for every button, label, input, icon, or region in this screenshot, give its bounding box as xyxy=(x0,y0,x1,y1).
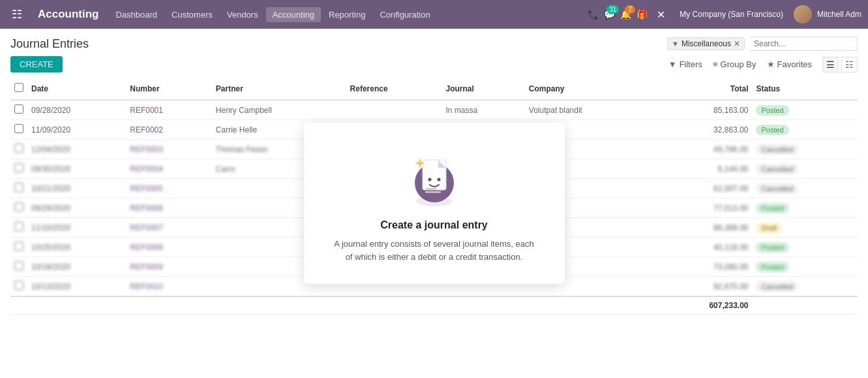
chat-icon[interactable]: 💬 31 xyxy=(604,9,615,20)
row-checkbox[interactable] xyxy=(10,277,27,297)
row-checkbox[interactable] xyxy=(10,140,27,159)
filter-tag-close-icon[interactable]: ✕ xyxy=(734,39,740,48)
col-status[interactable]: Status xyxy=(752,78,858,100)
row-date: 09/28/2020 xyxy=(27,100,126,120)
page-header: Journal Entries ▼ Miscellaneous ✕ xyxy=(0,29,868,51)
svg-point-4 xyxy=(428,178,431,181)
row-date: 12/04/2020 xyxy=(27,140,126,159)
modal-description: A journal entry consists of several jour… xyxy=(330,238,539,263)
close-icon[interactable]: ✕ xyxy=(653,7,669,22)
filters-action[interactable]: ▼ Filters xyxy=(668,59,702,69)
favorites-action[interactable]: ★ Favorites xyxy=(767,59,812,69)
row-checkbox[interactable] xyxy=(10,238,27,257)
nav-dashboard[interactable]: Dashboard xyxy=(110,7,164,22)
bell-icon[interactable]: 🔔 7 xyxy=(620,9,631,20)
row-checkbox[interactable] xyxy=(10,159,27,179)
grid-view-icon[interactable]: ☷ xyxy=(841,57,858,72)
row-date: 11/10/2020 xyxy=(27,218,126,238)
row-number[interactable]: REF0004 xyxy=(126,159,212,179)
nav-user: Mitchell Adm xyxy=(817,10,861,19)
row-number[interactable]: REF0005 xyxy=(126,179,212,198)
filter-tag-miscellaneous: ▼ Miscellaneous ✕ xyxy=(667,37,745,50)
row-checkbox[interactable] xyxy=(10,120,27,140)
svg-rect-7 xyxy=(425,191,441,193)
row-total: 92,670.00 xyxy=(653,277,752,297)
toolbar: CREATE ▼ Filters ≡ Group By ★ Favorites … xyxy=(0,51,868,78)
apps-icon[interactable]: ☷ xyxy=(7,5,27,24)
table-row[interactable]: 09/28/2020 REF0001 Henry Campbell In mas… xyxy=(10,100,858,120)
toolbar-left: CREATE xyxy=(10,56,63,72)
star-icon: ★ xyxy=(767,59,775,69)
phone-icon[interactable]: 📞 xyxy=(588,9,599,20)
col-number[interactable]: Number xyxy=(126,78,212,100)
nav-company: My Company (San Francisco) xyxy=(680,10,783,19)
row-status: Posted xyxy=(752,120,858,140)
col-total[interactable]: Total xyxy=(653,78,752,100)
select-all-checkbox[interactable] xyxy=(10,78,27,100)
row-number[interactable]: REF0008 xyxy=(126,238,212,257)
row-status: Posted xyxy=(752,257,858,277)
filter-tag-label: Miscellaneous xyxy=(681,39,731,48)
row-number[interactable]: REF0001 xyxy=(126,100,212,120)
nav-customers[interactable]: Customers xyxy=(165,7,219,22)
modal-title: Create a journal entry xyxy=(330,219,539,231)
row-date: 09/29/2020 xyxy=(27,198,126,218)
col-date[interactable]: Date xyxy=(27,78,126,100)
nav-links: Dashboard Customers Vendors Accounting R… xyxy=(110,7,586,22)
row-reference xyxy=(346,100,442,120)
row-status: Draft xyxy=(752,218,858,238)
col-journal[interactable]: Journal xyxy=(442,78,525,100)
col-company[interactable]: Company xyxy=(525,78,653,100)
avatar xyxy=(794,5,812,24)
row-number[interactable]: REF0007 xyxy=(126,218,212,238)
row-number[interactable]: REF0006 xyxy=(126,198,212,218)
nav-configuration[interactable]: Configuration xyxy=(373,7,436,22)
row-checkbox[interactable] xyxy=(10,218,27,238)
row-status: Cancelled xyxy=(752,159,858,179)
row-checkbox[interactable] xyxy=(10,179,27,198)
create-entry-modal: Create a journal entry A journal entry c… xyxy=(304,123,565,284)
chat-badge: 31 xyxy=(606,5,619,14)
row-checkbox[interactable] xyxy=(10,100,27,120)
gift-icon[interactable]: 🎁 xyxy=(636,9,648,20)
row-total: 6,144.00 xyxy=(653,159,752,179)
row-partner: Henry Campbell xyxy=(212,100,346,120)
row-total: 77,013.00 xyxy=(653,198,752,218)
row-journal: In massa xyxy=(442,100,525,120)
row-checkbox[interactable] xyxy=(10,198,27,218)
col-partner[interactable]: Partner xyxy=(212,78,346,100)
row-date: 10/18/2020 xyxy=(27,257,126,277)
svg-rect-6 xyxy=(425,188,437,190)
filter-bar: ▼ Miscellaneous ✕ xyxy=(667,37,858,51)
row-total: 73,080.00 xyxy=(653,257,752,277)
nav-reporting[interactable]: Reporting xyxy=(322,7,372,22)
row-status: Cancelled xyxy=(752,277,858,297)
top-nav: ☷ Accounting Dashboard Customers Vendors… xyxy=(0,0,868,29)
search-input[interactable] xyxy=(749,37,858,51)
row-status: Posted xyxy=(752,238,858,257)
total-row: 607,233.00 xyxy=(10,296,858,315)
table-header-row: Date Number Partner Reference Journal Co… xyxy=(10,78,858,100)
nav-vendors[interactable]: Vendors xyxy=(220,7,265,22)
nav-brand: Accounting xyxy=(30,8,107,21)
filters-label: Filters xyxy=(680,59,702,69)
list-view-icon[interactable]: ☰ xyxy=(822,57,839,72)
grand-total: 607,233.00 xyxy=(653,296,752,315)
row-total: 40,118.00 xyxy=(653,238,752,257)
create-button[interactable]: CREATE xyxy=(10,56,63,72)
nav-accounting[interactable]: Accounting xyxy=(266,7,321,22)
row-total: 85,163.00 xyxy=(653,100,752,120)
row-number[interactable]: REF0009 xyxy=(126,257,212,277)
row-number[interactable]: REF0010 xyxy=(126,277,212,297)
row-number[interactable]: REF0003 xyxy=(126,140,212,159)
row-number[interactable]: REF0002 xyxy=(126,120,212,140)
filter-icon: ▼ xyxy=(672,40,679,48)
col-reference[interactable]: Reference xyxy=(346,78,442,100)
notif-badge: 7 xyxy=(625,5,635,14)
row-total: 32,863.00 xyxy=(653,120,752,140)
row-total: 88,389.00 xyxy=(653,218,752,238)
filter-down-icon: ▼ xyxy=(668,59,677,69)
favorites-label: Favorites xyxy=(777,59,812,69)
groupby-action[interactable]: ≡ Group By xyxy=(713,59,756,69)
row-checkbox[interactable] xyxy=(10,257,27,277)
